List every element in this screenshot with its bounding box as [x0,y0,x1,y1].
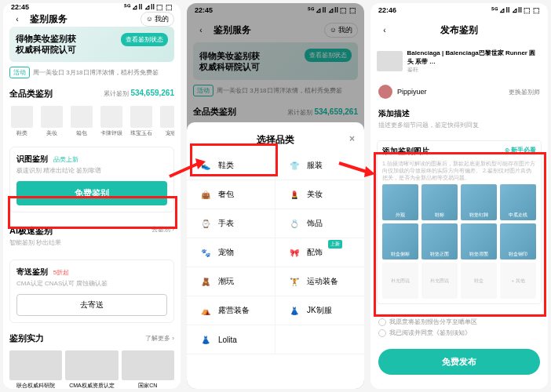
thumb-slot[interactable]: 鞋标 [421,184,458,220]
img-section-title: 添加鉴别图片 [382,146,429,157]
user-row: Pippiyuer 更换鉴别师 [370,80,548,103]
page-title: 发布鉴别 [392,24,526,37]
cat-camp[interactable]: ⛺露营装备 [187,296,276,325]
publish-button[interactable]: 免费发布 [378,349,540,375]
strength-img[interactable] [65,350,118,380]
dress-icon: 👗 [199,333,212,346]
avatar [378,85,392,99]
check-agree[interactable]: 我已阅读并同意《鉴别须知》 [378,328,540,337]
strength-img[interactable] [9,350,62,380]
all-category-section: 全品类鉴别 累计鉴别 534,659,261 鞋类 美妆 箱包 卡牌评级 珠宝玉… [9,85,174,140]
thumb-slot[interactable]: 外观 [382,184,418,220]
thumb-slot[interactable]: 鞋盒侧标 [382,223,418,260]
banner-text: 得物美妆鉴别获 权威科研院认可 [16,33,76,56]
img-tip: 1.拍摄清晰可解读的图案后，新款起底更新机型可能存在图片方向仅加载的导致最终的实… [382,160,536,181]
screen-2: 22:45⁵ᴳ ⊿ll ⊿ll ⬚ ⬚ ‹ 鉴别服务 ☺ 我的 得物美妆鉴别获权… [187,3,364,389]
newbie-link[interactable]: ⊙ 新手必看 [505,146,536,157]
cat-toy[interactable]: 🧸潮玩 [187,267,276,296]
watch-icon: ⌚ [199,217,212,230]
strength-title: 鉴别实力 [9,332,44,344]
ai-title: AI极速鉴别 [9,226,53,235]
product-image [377,51,403,71]
send-auth-card: 寄送鉴别 5折起 CMA认定 CNAS认可 腐蚀确认鉴 去寄送 [9,260,174,323]
screen-1: 22:45 ⁵ᴳ ⊿ll ⊿ll ⬚ ⬚ ‹ 鉴别服务 ☺ 我的 得物美妆鉴别获… [3,3,181,389]
category-grid: 👟鞋类 👕服装 👜奢包 💄美妆 ⌚手表 💍饰品 🐾宠物 🎀配饰上新 🧸潮玩 🏋运… [187,151,364,354]
cat-watch[interactable]: ⌚手表 [187,209,276,238]
radio-icon [378,318,386,326]
thumb-slot[interactable]: 中底走线 [500,184,536,220]
strength-more[interactable]: 了解更多 › [145,334,174,343]
cat-lolita[interactable]: 👗Lolita [187,325,276,354]
username: Pippiyuer [397,88,504,96]
product-row[interactable]: Balenciaga | Balenciaga巴黎世家 Runner 圆头 系带… [370,42,548,80]
radio-icon [378,329,386,337]
image-auth-card: 识图鉴别 品类上新 极速识别 精准出结论 鉴别靠谱 免费鉴别 [9,147,174,212]
header: ‹ 鉴别服务 ☺ 我的 [3,11,181,27]
cat-item[interactable]: 卡牌评级 [99,106,124,137]
cat-pet[interactable]: 🐾宠物 [187,238,276,267]
thumb-add[interactable]: + 其他 [500,263,536,299]
cat-bags[interactable]: 👜奢包 [187,180,276,209]
thumb-slot[interactable]: 鞋垫钉脚 [461,184,497,220]
count: 累计鉴别 534,659,261 [104,89,174,98]
sheet-title: 选择品类 × [187,129,364,151]
tent-icon: ⛺ [199,304,212,317]
uniform-icon: 👗 [288,304,301,317]
screen-3: 22:46⁵ᴳ ⊿ll ⊿ll ⬚ ⬚ ‹ 发布鉴别 Balenciaga | … [370,3,548,389]
cat-jewelry[interactable]: 💍饰品 [276,209,364,238]
cat-item[interactable]: 鞋类 [9,106,35,137]
shirt-icon: 👕 [288,159,301,172]
cat-item[interactable]: 宠物 [159,106,174,137]
cat-shoes[interactable]: 👟鞋类 [187,151,276,180]
category-sheet: 选择品类 × 👟鞋类 👕服装 👜奢包 💄美妆 ⌚手表 💍饰品 🐾宠物 🎀配饰上新… [187,122,364,389]
change-appraiser[interactable]: 更换鉴别师 [509,88,540,96]
toy-icon: 🧸 [199,275,212,288]
thumb-empty[interactable]: 补充图说 [421,263,458,299]
checks: 我愿意将鉴别报告分享至晒单区 我已阅读并同意《鉴别须知》 [370,310,548,344]
category-scroll[interactable]: 鞋类 美妆 箱包 卡牌评级 珠宝玉石 宠物 [9,103,174,140]
cat-item[interactable]: 箱包 [69,106,94,137]
my-button[interactable]: ☺ 我的 [140,12,174,27]
page-title: 鉴别服务 [25,13,140,26]
back-icon[interactable]: ‹ [9,11,25,27]
belt-icon: 🎀 [288,246,301,259]
send-title: 寄送鉴别 [16,267,48,276]
close-icon[interactable]: × [349,133,355,144]
add-desc[interactable]: 添加描述 描述更多细节问题，鉴定快得到回复 [370,103,548,134]
thumb-slot[interactable]: 鞋垫背面 [461,223,497,260]
cat-item[interactable]: 美妆 [39,106,64,137]
ai-more[interactable]: 去鉴别 › [151,225,174,247]
banner[interactable]: 得物美妆鉴别获 权威科研院认可 查看鉴别状态 [9,27,174,62]
back-icon[interactable]: ‹ [377,22,392,38]
time: 22:45 [11,3,29,11]
card-title: 识图鉴别 [16,154,48,163]
thumb-empty[interactable]: 补充图说 [382,263,418,299]
send-button[interactable]: 去寄送 [16,294,167,316]
pet-icon: 🐾 [199,246,212,259]
cat-beauty[interactable]: 💄美妆 [276,180,364,209]
cat-clothes[interactable]: 👕服装 [276,151,364,180]
image-section: 添加鉴别图片 ⊙ 新手必看 1.拍摄清晰可解读的图案后，新款起底更新机型可能存在… [377,140,542,304]
section-title: 全品类鉴别 [9,88,53,100]
product-name: Balenciaga | Balenciaga巴黎世家 Runner 圆头 系带… [407,49,542,66]
free-auth-button[interactable]: 免费鉴别 [16,181,167,205]
ai-auth-row[interactable]: AI极速鉴别 智能鉴别 秒出结果 去鉴别 › [9,219,174,253]
thumb-slot[interactable]: 鞋垫正面 [421,223,458,260]
card-sub: 极速识别 精准出结论 鉴别靠谱 [16,166,167,175]
ring-icon: 💍 [288,217,301,230]
cat-sport[interactable]: 🏋运动装备 [276,267,364,296]
cat-jk[interactable]: 👗JK制服 [276,296,364,325]
strength-img[interactable] [122,350,174,380]
send-tag: 5折起 [53,269,69,276]
banner-status-btn[interactable]: 查看鉴别状态 [121,33,168,46]
sport-icon: 🏋 [288,275,301,288]
check-share[interactable]: 我愿意将鉴别报告分享至晒单区 [378,318,540,326]
notice-tag: 活动 [9,67,30,78]
thumb-slot[interactable]: 鞋盒钢印 [500,223,536,260]
notice-bar[interactable]: 活动 周一美妆日 3月18日博洋浓情，植村秀免费鉴 [9,67,174,78]
lipstick-icon: 💄 [288,188,301,201]
cat-item[interactable]: 珠宝玉石 [129,106,154,137]
cat-accessory[interactable]: 🎀配饰上新 [276,238,364,267]
thumb-empty[interactable]: 鞋盒 [461,263,497,299]
thumb-grid: 外观 鞋标 鞋垫钉脚 中底走线 鞋盒侧标 鞋垫正面 鞋垫背面 鞋盒钢印 补充图说… [382,184,536,299]
